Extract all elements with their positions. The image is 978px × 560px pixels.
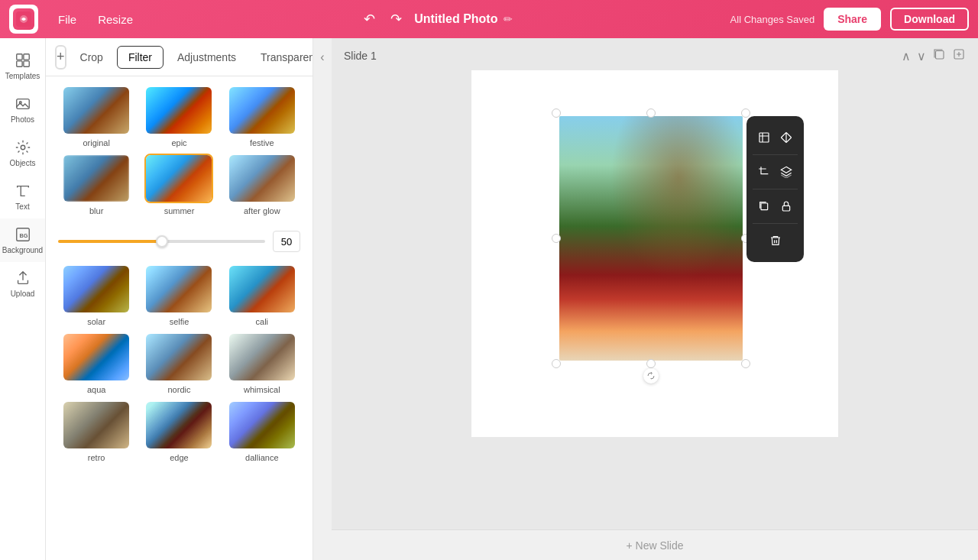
slide-header: Slide 1 ∧ ∨ <box>332 38 978 70</box>
filter-item-dalliance[interactable]: dalliance <box>224 400 300 462</box>
tab-crop[interactable]: Crop <box>70 47 114 68</box>
sidebar-item-upload[interactable]: Upload <box>0 262 45 306</box>
filter-item-original[interactable]: original <box>58 86 134 147</box>
filter-item-festive[interactable]: festive <box>224 86 300 147</box>
new-slide-label: + New Slide <box>626 539 683 552</box>
filter-label-aqua: aqua <box>87 385 105 394</box>
filter-label-nordic: nordic <box>168 385 191 394</box>
file-menu-button[interactable]: File <box>50 8 84 31</box>
filter-item-solar[interactable]: solar <box>58 264 134 326</box>
ctx-layers-button[interactable] <box>776 161 797 183</box>
slide-up-button[interactable]: ∧ <box>902 47 911 64</box>
slide-content[interactable] <box>332 70 978 529</box>
filter-label-festive: festive <box>250 138 274 147</box>
filter-panel: + Crop Filter Adjustments Transparency E… <box>46 38 313 560</box>
svg-text:BG: BG <box>19 232 28 239</box>
objects-label: Objects <box>10 159 36 167</box>
svg-rect-2 <box>16 54 21 60</box>
filter-label-blur: blur <box>89 206 103 215</box>
filter-grid: original epic festive <box>58 86 300 215</box>
upload-label: Upload <box>11 290 35 298</box>
filter-item-summer[interactable]: summer <box>141 154 217 215</box>
sidebar-item-text[interactable]: Text <box>0 175 45 218</box>
filter-item-nordic[interactable]: nordic <box>141 332 217 394</box>
filter-grid-2: solar selfie cali <box>58 264 300 462</box>
sidebar-item-templates[interactable]: Templates <box>0 44 45 88</box>
download-button[interactable]: Download <box>890 8 969 31</box>
resize-button[interactable]: Resize <box>90 8 141 31</box>
svg-rect-6 <box>16 99 29 109</box>
filter-label-cali: cali <box>256 317 269 326</box>
rotate-handle[interactable] <box>643 368 659 384</box>
filter-item-afterglow[interactable]: after glow <box>224 154 300 215</box>
header-right: All Changes Saved Share Download <box>730 8 969 31</box>
page-title: Untitled Photo <box>414 12 497 26</box>
sidebar-item-photos[interactable]: Photos <box>0 88 45 131</box>
app-header: File Resize ↶ ↷ Untitled Photo ✏ All Cha… <box>0 0 978 38</box>
edit-title-icon[interactable]: ✏ <box>504 13 513 25</box>
photo-image <box>559 116 743 361</box>
filter-item-cali[interactable]: cali <box>224 264 300 326</box>
context-menu <box>746 116 804 262</box>
templates-label: Templates <box>5 72 40 80</box>
filter-label-epic: epic <box>171 138 186 147</box>
filter-item-whimsical[interactable]: whimsical <box>224 332 300 394</box>
canvas-area: Slide 1 ∧ ∨ <box>332 38 978 560</box>
sidebar-item-background[interactable]: BG Background <box>0 218 45 262</box>
svg-rect-15 <box>761 203 768 210</box>
tab-transparency[interactable]: Transparency <box>250 47 313 68</box>
ctx-delete-button[interactable] <box>765 230 786 251</box>
filter-label-edge: edge <box>170 453 188 462</box>
svg-rect-14 <box>759 133 769 142</box>
slide-label: Slide 1 <box>344 50 377 62</box>
svg-rect-16 <box>783 206 790 211</box>
ctx-flip-button[interactable] <box>776 127 797 148</box>
filter-item-edge[interactable]: edge <box>141 400 217 462</box>
filter-label-selfie: selfie <box>170 317 189 326</box>
ctx-crop-button[interactable] <box>753 161 775 183</box>
sidebar: Templates Photos Objects Text <box>0 38 46 560</box>
title-area: ↶ ↷ Untitled Photo ✏ <box>147 8 724 31</box>
filter-scroll-area[interactable]: original epic festive <box>46 76 313 560</box>
ctx-fit-button[interactable] <box>753 127 775 148</box>
filter-item-epic[interactable]: epic <box>141 86 217 147</box>
slide-duplicate-button[interactable] <box>932 47 946 64</box>
intensity-row: 50 <box>58 228 300 264</box>
filter-item-aqua[interactable]: aqua <box>58 332 134 394</box>
filter-label-solar: solar <box>87 317 105 326</box>
filter-item-selfie[interactable]: selfie <box>141 264 217 326</box>
photos-label: Photos <box>11 115 34 124</box>
filter-label-afterglow: after glow <box>244 206 280 215</box>
intensity-slider[interactable] <box>58 240 265 243</box>
filter-label-original: original <box>83 138 109 147</box>
undo-button[interactable]: ↶ <box>358 8 381 31</box>
slide-controls: ∧ ∨ <box>902 47 966 64</box>
sidebar-item-objects[interactable]: Objects <box>0 131 45 175</box>
svg-point-8 <box>21 145 25 150</box>
new-slide-button[interactable]: + New Slide <box>332 529 978 560</box>
text-label: Text <box>15 202 29 211</box>
slide-add-button[interactable] <box>952 47 966 64</box>
tab-adjustments[interactable]: Adjustments <box>167 47 247 68</box>
share-button[interactable]: Share <box>824 8 881 31</box>
svg-rect-12 <box>936 51 944 60</box>
filter-label-retro: retro <box>88 453 105 462</box>
slide-down-button[interactable]: ∨ <box>917 47 926 64</box>
tab-filter[interactable]: Filter <box>117 46 164 69</box>
panel-collapse-button[interactable]: ‹ <box>313 38 332 76</box>
svg-rect-5 <box>23 61 28 66</box>
intensity-value[interactable]: 50 <box>273 231 300 252</box>
filter-label-summer: summer <box>164 206 195 215</box>
ctx-duplicate-button[interactable] <box>753 196 775 217</box>
toolbar: + Crop Filter Adjustments Transparency E… <box>46 38 313 76</box>
add-element-button[interactable]: + <box>55 45 66 70</box>
image-container[interactable] <box>559 116 743 361</box>
filter-item-blur[interactable]: blur <box>58 154 134 215</box>
slide-frame <box>471 70 838 437</box>
filter-item-retro[interactable]: retro <box>58 400 134 462</box>
changes-saved-status: All Changes Saved <box>730 14 815 25</box>
ctx-lock-button[interactable] <box>776 196 797 217</box>
filter-label-whimsical: whimsical <box>244 385 280 394</box>
svg-rect-4 <box>16 61 21 66</box>
redo-button[interactable]: ↷ <box>384 8 408 31</box>
